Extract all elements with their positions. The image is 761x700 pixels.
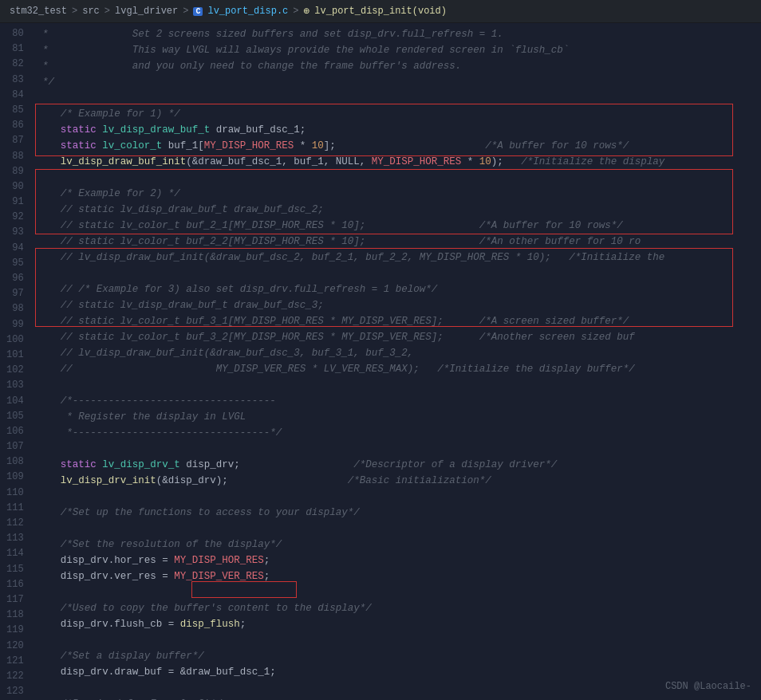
code-line-122: /*Required for Example 3)*/ xyxy=(37,696,755,700)
code-line-104: * Register the display in LVGL xyxy=(37,409,755,425)
code-line-85: /* Example for 1) */ xyxy=(37,106,755,122)
code-line-111 xyxy=(37,521,755,537)
code-line-94: // lv_disp_draw_buf_init(&draw_buf_dsc_2… xyxy=(37,250,755,265)
code-line-119: /*Set a display buffer*/ xyxy=(37,648,755,664)
code-line-112: /*Set the resolution of the display*/ xyxy=(37,537,755,553)
code-line-101: // MY_DISP_VER_RES * LV_VER_RES_MAX); /*… xyxy=(37,361,755,377)
src-label: src xyxy=(82,6,100,17)
code-line-97: // static lv_disp_draw_buf_t draw_buf_ds… xyxy=(37,297,755,313)
project-name: stm32_test xyxy=(10,6,67,17)
code-container: 80 81 82 83 84 85 86 87 88 89 90 91 92 9… xyxy=(0,23,761,700)
func-icon: ⊕ xyxy=(304,5,310,18)
lvgl-driver-label: lvgl_driver xyxy=(115,6,178,17)
code-area: 80 81 82 83 84 85 86 87 88 89 90 91 92 9… xyxy=(0,23,761,700)
code-line-86: static lv_disp_draw_buf_t draw_buf_dsc_1… xyxy=(37,122,755,138)
code-line-103: /*---------------------------------- xyxy=(37,393,755,409)
code-line-118 xyxy=(37,632,755,648)
code-line-89 xyxy=(37,170,755,186)
code-line-107: static lv_disp_drv_t disp_drv; /*Descrip… xyxy=(37,457,755,473)
watermark: CSDN @Laocaile- xyxy=(665,681,751,692)
sep4: > xyxy=(293,6,298,17)
code-line-84 xyxy=(37,90,755,106)
code-line-98: // static lv_color_t buf_3_1[MY_DISP_HOR… xyxy=(37,313,755,329)
code-line-113: disp_drv.hor_res = MY_DISP_HOR_RES; xyxy=(37,553,755,568)
sep3: > xyxy=(183,6,188,17)
code-lines: * Set 2 screens sized buffers and set di… xyxy=(37,26,761,700)
line-numbers: 80 81 82 83 84 85 86 87 88 89 90 91 92 9… xyxy=(0,26,37,700)
filename: lv_port_disp.c xyxy=(207,6,288,17)
code-line-83: */ xyxy=(37,74,755,90)
code-line-110: /*Set up the functions to access to your… xyxy=(37,505,755,521)
title-bar: stm32_test > src > lvgl_driver > C lv_po… xyxy=(0,0,761,23)
code-line-102 xyxy=(37,377,755,393)
c-icon: C xyxy=(193,7,203,16)
func-name: lv_port_disp_init(void) xyxy=(314,6,447,17)
code-line-93: // static lv_color_t buf_2_2[MY_DISP_HOR… xyxy=(37,234,755,250)
code-line-90: /* Example for 2) */ xyxy=(37,186,755,202)
code-line-80: * Set 2 screens sized buffers and set di… xyxy=(37,26,755,42)
code-line-99: // static lv_color_t buf_3_2[MY_DISP_HOR… xyxy=(37,329,755,345)
sep1: > xyxy=(72,6,77,17)
code-line-108: lv_disp_drv_init(&disp_drv); /*Basic ini… xyxy=(37,473,755,489)
code-line-109 xyxy=(37,489,755,505)
code-line-96: // /* Example for 3) also set disp_drv.f… xyxy=(37,281,755,297)
code-line-105: *---------------------------------*/ xyxy=(37,425,755,441)
code-line-92: // static lv_color_t buf_2_1[MY_DISP_HOR… xyxy=(37,218,755,234)
code-line-121 xyxy=(37,680,755,696)
code-line-88: lv_disp_draw_buf_init(&draw_buf_dsc_1, b… xyxy=(37,154,755,170)
code-line-91: // static lv_disp_draw_buf_t draw_buf_ds… xyxy=(37,202,755,218)
code-line-81: * This way LVGL will always provide the … xyxy=(37,42,755,58)
code-line-120: disp_drv.draw_buf = &draw_buf_dsc_1; xyxy=(37,664,755,680)
code-line-114: disp_drv.ver_res = MY_DISP_VER_RES; xyxy=(37,568,755,584)
code-line-106 xyxy=(37,441,755,457)
code-line-100: // lv_disp_draw_buf_init(&draw_buf_dsc_3… xyxy=(37,345,755,361)
code-line-116: /*Used to copy the buffer's content to t… xyxy=(37,600,755,616)
sep2: > xyxy=(104,6,110,17)
code-line-117: disp_drv.flush_cb = disp_flush; xyxy=(37,616,755,632)
code-line-115 xyxy=(37,584,755,600)
code-line-82: * and you only need to change the frame … xyxy=(37,58,755,74)
code-line-87: static lv_color_t buf_1[MY_DISP_HOR_RES … xyxy=(37,138,755,154)
code-line-95 xyxy=(37,265,755,281)
